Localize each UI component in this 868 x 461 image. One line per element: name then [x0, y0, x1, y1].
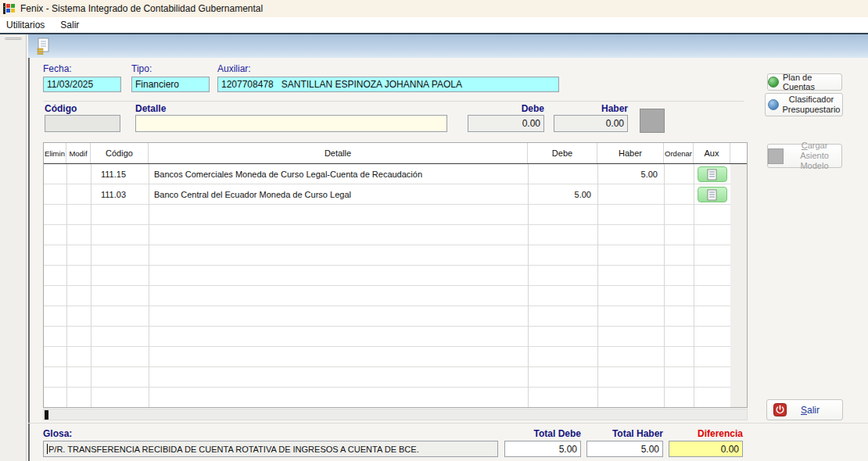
- total-haber-field: 5.00: [586, 441, 663, 457]
- table-row[interactable]: 111.15 Bancos Comerciales Moneda de Curs…: [44, 164, 747, 184]
- cargar-asiento-modelo-button[interactable]: Cargar AsientoModelo: [767, 144, 842, 168]
- haber-entry-input[interactable]: 0.00: [554, 115, 628, 132]
- table-row[interactable]: 111.03 Banco Central del Ecuador Moneda …: [44, 184, 747, 205]
- blue-sphere-icon: [768, 99, 779, 110]
- fecha-input[interactable]: 11/03/2025: [43, 77, 121, 92]
- detalle-entry-input[interactable]: [135, 115, 447, 132]
- tipo-label: Tipo:: [131, 63, 152, 74]
- aux-button[interactable]: [698, 166, 727, 182]
- haber-entry-label: Haber: [554, 103, 628, 114]
- total-haber-label: Total Haber: [586, 428, 663, 439]
- notes-icon: [707, 189, 717, 201]
- col-header-modif[interactable]: Modif: [66, 143, 91, 163]
- menu-bar: Utilitarios Salir: [0, 17, 868, 33]
- left-panel: [0, 34, 27, 461]
- col-header-ordenar[interactable]: Ordenar: [664, 143, 694, 163]
- col-header-debe[interactable]: Debe: [528, 143, 597, 163]
- col-header-detalle[interactable]: Detalle: [149, 143, 528, 163]
- toolbar: [28, 34, 868, 58]
- total-debe-label: Total Debe: [504, 428, 581, 439]
- tipo-input[interactable]: Financiero: [131, 77, 210, 92]
- col-header-elimin[interactable]: Elimin: [44, 143, 66, 163]
- menu-salir[interactable]: Salir: [52, 17, 87, 33]
- salir-button[interactable]: Salir: [766, 399, 843, 420]
- gray-square-icon: [768, 148, 784, 164]
- debe-entry-label: Debe: [468, 103, 544, 114]
- table-body: 111.15 Bancos Comerciales Moneda de Curs…: [44, 164, 747, 407]
- app-window: Fenix - Sistema Integrado de Contabilida…: [0, 0, 868, 461]
- scrollbar-thumb[interactable]: [45, 410, 48, 420]
- aux-button[interactable]: [698, 187, 727, 202]
- glosa-label: Glosa:: [43, 428, 72, 439]
- detalle-entry-label: Detalle: [135, 103, 166, 114]
- blank-button[interactable]: [640, 109, 665, 133]
- text-caret: [47, 444, 48, 454]
- divider: [28, 423, 868, 423]
- auxiliar-input[interactable]: 1207708478 SANTILLAN ESPINOZA JOHANNA PA…: [217, 77, 559, 92]
- diferencia-field: 0.00: [669, 441, 743, 457]
- auxiliar-label: Auxiliar:: [217, 63, 251, 74]
- new-document-icon[interactable]: [36, 38, 52, 55]
- notes-icon: [707, 169, 717, 180]
- diferencia-label: Diferencia: [669, 428, 743, 439]
- green-sphere-icon: [768, 77, 779, 88]
- codigo-entry-label: Código: [45, 103, 77, 114]
- col-header-codigo[interactable]: Código: [91, 143, 149, 163]
- plan-de-cuentas-button[interactable]: Plan de Cuentas: [767, 73, 842, 91]
- col-header-aux[interactable]: Aux: [694, 143, 730, 163]
- table-header-row: Elimin Modif Código Detalle Debe Haber O…: [44, 143, 747, 164]
- fecha-label: Fecha:: [43, 63, 72, 74]
- power-icon: [773, 403, 787, 416]
- divider: [43, 101, 744, 102]
- clasificador-presupuestario-button[interactable]: ClasificadorPresupuestario: [765, 93, 843, 116]
- total-debe-field: 5.00: [504, 441, 581, 457]
- horizontal-scrollbar[interactable]: [43, 409, 748, 420]
- window-title: Fenix - Sistema Integrado de Contabilida…: [20, 3, 263, 14]
- col-header-haber[interactable]: Haber: [597, 143, 664, 163]
- splitter-grip[interactable]: [5, 38, 22, 40]
- glosa-input[interactable]: P/R. TRANSFERENCIA RECIBIDA DE CUENTA RO…: [43, 441, 498, 457]
- app-icon: [3, 3, 16, 14]
- menu-utilitarios[interactable]: Utilitarios: [0, 17, 52, 33]
- codigo-entry-input[interactable]: [45, 115, 120, 132]
- title-bar: Fenix - Sistema Integrado de Contabilida…: [0, 0, 868, 17]
- debe-entry-input[interactable]: 0.00: [468, 115, 544, 132]
- journal-entries-table: Elimin Modif Código Detalle Debe Haber O…: [43, 142, 748, 408]
